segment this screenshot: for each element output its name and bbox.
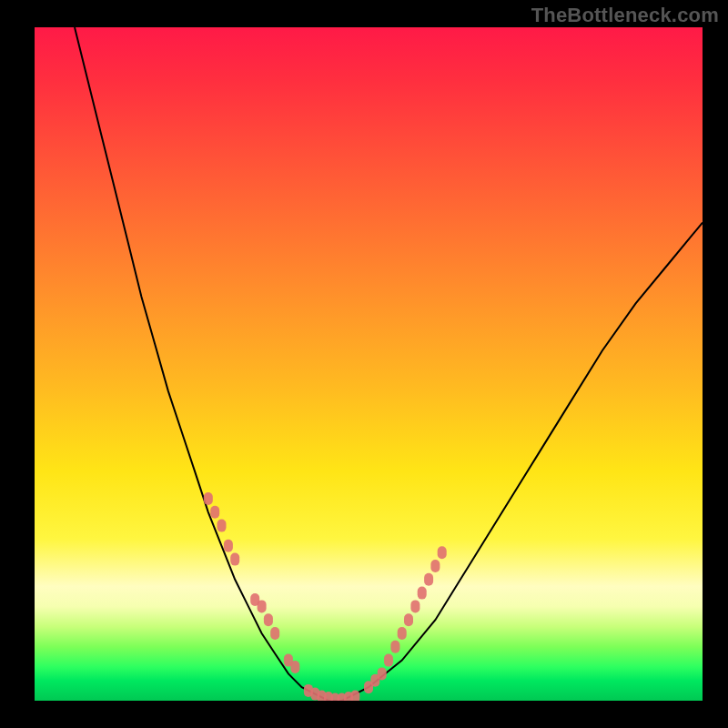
data-marker — [410, 600, 420, 612]
data-marker — [224, 540, 233, 552]
plot-area — [35, 27, 703, 701]
data-marker — [424, 573, 433, 586]
markers-left-cluster — [204, 492, 299, 673]
data-marker — [438, 546, 447, 559]
data-marker — [270, 627, 279, 640]
data-marker — [217, 520, 227, 532]
markers-valley-cluster — [304, 684, 359, 701]
data-marker — [390, 641, 399, 653]
bottleneck-curve — [75, 27, 703, 701]
data-marker — [258, 600, 267, 612]
data-marker — [290, 661, 299, 673]
data-marker — [404, 613, 413, 626]
chart-frame: TheBottleneck.com — [0, 0, 728, 728]
data-marker — [230, 553, 239, 566]
curve-svg — [35, 27, 703, 701]
data-marker — [264, 613, 273, 626]
watermark-text: TheBottleneck.com — [531, 4, 719, 27]
data-marker — [430, 560, 440, 572]
data-marker — [204, 492, 213, 505]
data-marker — [350, 691, 359, 701]
data-marker — [210, 506, 219, 519]
markers-right-cluster — [364, 546, 447, 693]
data-marker — [384, 654, 393, 667]
data-marker — [378, 667, 387, 680]
data-marker — [418, 587, 427, 600]
data-marker — [398, 627, 407, 640]
